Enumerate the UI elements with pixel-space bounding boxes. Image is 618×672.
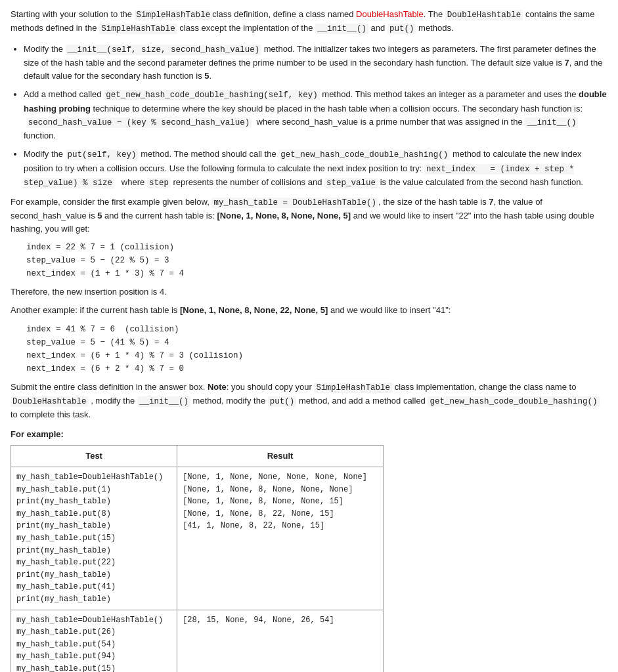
submit-get-hash-ref: get_new_hash_code_double_hashing() xyxy=(428,396,599,407)
put-ref: put() xyxy=(387,24,416,34)
bullet-1: Modify the __init__(self, size, second_h… xyxy=(24,43,607,83)
test-line: my_hash_table.put(94) xyxy=(16,650,171,663)
result-line: [28, 15, None, 94, None, 26, 54] xyxy=(183,614,378,627)
test-line: my_hash_table.put(8) xyxy=(16,508,171,520)
test-line: my_hash_table=DoubleHashTable() xyxy=(16,471,171,484)
double-hashtable-ref: DoubleHashtable xyxy=(445,10,523,20)
code-line-2-1: index = 41 % 7 = 6 (collision) xyxy=(26,323,607,336)
test-cell-2: my_hash_table=DoubleHashTable() my_hash_… xyxy=(11,610,177,672)
test-line: my_hash_table.put(1) xyxy=(16,484,171,496)
bullet-3: Modify the put(self, key) method. The me… xyxy=(24,148,607,190)
test-line: my_hash_table.put(41) xyxy=(16,581,171,593)
default-size-val: 7 xyxy=(565,58,569,68)
intro-paragraph: Starting with your solution to the Simpl… xyxy=(11,8,607,36)
test-line: my_hash_table.put(15) xyxy=(16,532,171,545)
test-cell-1: my_hash_table=DoubleHashTable() my_hash_… xyxy=(11,467,177,610)
example1-paragraph: For example, consider the first example … xyxy=(11,196,607,236)
test-line: print(my_hash_table) xyxy=(16,545,171,557)
init-ref: __init__() xyxy=(315,24,368,34)
bullet-list: Modify the __init__(self, size, second_h… xyxy=(24,43,607,190)
code-block-2: index = 41 % 7 = 6 (collision) step_valu… xyxy=(26,323,607,375)
double-hash-table-name: DoubleHashTable xyxy=(356,9,424,19)
test-line: print(my_hash_table) xyxy=(16,569,171,581)
test-line: my_hash_table.put(15) xyxy=(16,663,171,672)
example1-size: 7 xyxy=(489,197,493,207)
col-header-test: Test xyxy=(11,445,177,467)
code-line-1-1: index = 22 % 7 = 1 (collision) xyxy=(26,241,607,254)
code-block-1: index = 22 % 7 = 1 (collision) step_valu… xyxy=(26,241,607,280)
table-row: my_hash_table=DoubleHashTable() my_hash_… xyxy=(11,467,384,610)
get-hash-method-sig: get_new_hash_code_double_hashing(self, k… xyxy=(104,90,320,100)
result-line: [None, 1, None, 8, 22, None, 15] xyxy=(183,508,378,520)
code-line-1-3: next_index = (1 + 1 * 3) % 7 = 4 xyxy=(26,267,607,280)
therefore-text: Therefore, the new insertion position is… xyxy=(11,285,607,299)
test-table: Test Result my_hash_table=DoubleHashTabl… xyxy=(11,445,384,672)
next-index-formula: next_index = (index + step * step_value)… xyxy=(24,164,574,188)
code-line-2-3: next_index = (6 + 1 * 4) % 7 = 3 (collis… xyxy=(26,349,607,362)
test-line: my_hash_table=DoubleHashTable() xyxy=(16,614,171,627)
test-line: my_hash_table.put(26) xyxy=(16,626,171,639)
col-header-result: Result xyxy=(177,445,384,467)
init-method-sig: __init__(self, size, second_hash_value) xyxy=(66,45,262,55)
example1-array: [None, 1, None, 8, None, None, 5] xyxy=(217,211,351,220)
main-content: Starting with your solution to the Simpl… xyxy=(11,8,607,672)
step-value-word: step_value xyxy=(324,178,378,188)
code-line-1-2: step_value = 5 − (22 % 5) = 3 xyxy=(26,254,607,267)
simple-hash-table-ref2: SimpleHashTable xyxy=(99,24,177,34)
example1-hash-val: 5 xyxy=(97,211,102,220)
test-line: my_hash_table.put(22) xyxy=(16,556,171,569)
table-header-row: Test Result xyxy=(11,445,384,467)
step-word: step xyxy=(147,178,171,188)
example2-paragraph: Another example: if the current hash tab… xyxy=(11,304,607,317)
table-row: my_hash_table=DoubleHashTable() my_hash_… xyxy=(11,610,384,672)
submit-init-ref: __init__() xyxy=(137,396,190,407)
result-line: [None, 1, None, None, None, None, None] xyxy=(183,471,378,484)
submit-paragraph: Submit the entire class definition in th… xyxy=(11,381,607,422)
bullet-2: Add a method called get_new_hash_code_do… xyxy=(24,88,607,142)
secondary-hash-formula: second_hash_value − (key % second_hash_v… xyxy=(26,117,252,128)
default-hash-val: 5 xyxy=(204,71,209,81)
get-hash-method-ref: get_new_hash_code_double_hashing() xyxy=(278,150,450,160)
test-line: print(my_hash_table) xyxy=(16,495,171,508)
example2-array: [None, 1, None, 8, None, 22, None, 5] xyxy=(180,305,328,315)
test-line: print(my_hash_table) xyxy=(16,520,171,532)
note-label: Note xyxy=(208,382,227,392)
simple-hash-table-ref1: SimpleHashTable xyxy=(135,10,213,20)
test-line: my_hash_table.put(54) xyxy=(16,639,171,651)
test-line: print(my_hash_table) xyxy=(16,593,171,606)
result-line: [None, 1, None, 8, None, None, 15] xyxy=(183,495,378,508)
submit-simple-ref: SimpleHashTable xyxy=(314,383,392,393)
code-line-2-4: next_index = (6 + 2 * 4) % 7 = 0 xyxy=(26,362,607,375)
submit-put-ref: put() xyxy=(268,396,297,407)
submit-double-ref: DoubleHashtable xyxy=(11,396,89,407)
code-line-2-2: step_value = 5 − (41 % 5) = 4 xyxy=(26,336,607,349)
for-example-label: For example: xyxy=(11,428,607,441)
init-func-ref: __init__() xyxy=(525,117,578,128)
result-line: [None, 1, None, 8, None, None, None] xyxy=(183,484,378,496)
result-cell-2: [28, 15, None, 94, None, 26, 54] xyxy=(177,610,384,672)
result-cell-1: [None, 1, None, None, None, None, None] … xyxy=(177,467,384,610)
example1-code1: my_hash_table = DoubleHashTable() xyxy=(211,198,378,208)
put-method-sig: put(self, key) xyxy=(66,150,139,160)
result-line: [41, 1, None, 8, 22, None, 15] xyxy=(183,520,378,532)
